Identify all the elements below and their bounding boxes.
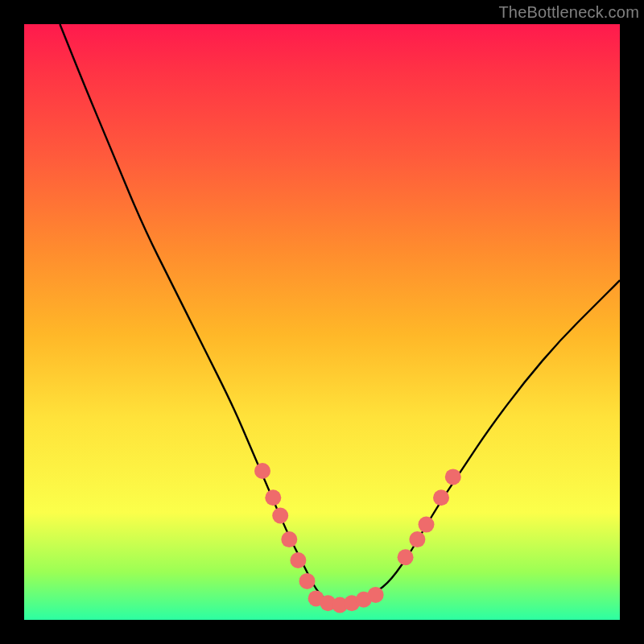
curve-marker [409,531,425,547]
bottleneck-curve-svg [24,24,620,620]
curve-marker [299,573,316,589]
bottleneck-curve-line [60,24,620,605]
curve-marker [398,549,414,565]
chart-frame: TheBottleneck.com [0,0,644,644]
curve-marker [445,469,461,485]
curve-marker [368,587,384,603]
curve-marker [281,531,297,547]
curve-marker [265,489,281,506]
curve-marker [419,517,435,533]
watermark-text: TheBottleneck.com [498,3,639,22]
curve-marker [254,463,270,479]
curve-marker [433,489,449,506]
curve-marker [272,508,288,524]
curve-marker [290,552,306,568]
plot-area [24,24,620,620]
curve-markers [254,463,461,613]
